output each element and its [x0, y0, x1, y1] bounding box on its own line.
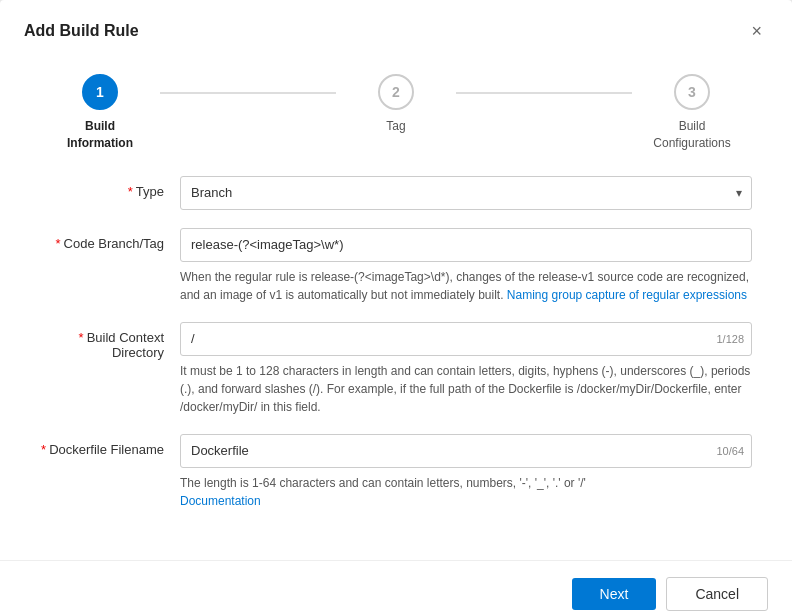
dockerfile-hint: The length is 1-64 characters and can co…	[180, 474, 752, 510]
step-2: 2 Tag	[336, 74, 456, 135]
build-context-input[interactable]	[180, 322, 752, 356]
type-control: Branch Tag ▾	[180, 176, 752, 210]
step-3: 3 BuildConfigurations	[632, 74, 752, 152]
code-branch-hint: When the regular rule is release-(?<imag…	[180, 268, 752, 304]
dockerfile-label: *Dockerfile Filename	[40, 434, 180, 457]
dockerfile-row: *Dockerfile Filename 10/64 The length is…	[40, 434, 752, 510]
stepper: 1 BuildInformation 2 Tag 3 BuildConfigur…	[0, 58, 792, 176]
dockerfile-input[interactable]	[180, 434, 752, 468]
build-context-required-star: *	[79, 330, 84, 345]
step-1-circle: 1	[82, 74, 118, 110]
step-line-1	[160, 92, 336, 94]
step-1-label: BuildInformation	[67, 118, 133, 152]
type-select[interactable]: Branch Tag	[180, 176, 752, 210]
modal-footer: Next Cancel	[0, 560, 792, 615]
step-line-2	[456, 92, 632, 94]
code-branch-label: *Code Branch/Tag	[40, 228, 180, 251]
build-context-label: *Build ContextDirectory	[40, 322, 180, 360]
modal-title: Add Build Rule	[24, 22, 139, 40]
build-context-row: *Build ContextDirectory 1/128 It must be…	[40, 322, 752, 416]
form-body: *Type Branch Tag ▾ *Code Branch/Tag	[0, 176, 792, 552]
type-required-star: *	[128, 184, 133, 199]
code-branch-input[interactable]	[180, 228, 752, 262]
step-1: 1 BuildInformation	[40, 74, 160, 152]
cancel-button[interactable]: Cancel	[666, 577, 768, 611]
type-label: *Type	[40, 176, 180, 199]
type-row: *Type Branch Tag ▾	[40, 176, 752, 210]
dockerfile-required-star: *	[41, 442, 46, 457]
dockerfile-input-wrap: 10/64	[180, 434, 752, 468]
build-context-control: 1/128 It must be 1 to 128 characters in …	[180, 322, 752, 416]
dockerfile-link[interactable]: Documentation	[180, 494, 261, 508]
type-select-wrap: Branch Tag ▾	[180, 176, 752, 210]
code-branch-row: *Code Branch/Tag When the regular rule i…	[40, 228, 752, 304]
code-branch-control: When the regular rule is release-(?<imag…	[180, 228, 752, 304]
step-3-circle: 3	[674, 74, 710, 110]
close-button[interactable]: ×	[745, 20, 768, 42]
code-branch-link[interactable]: Naming group capture of regular expressi…	[507, 288, 747, 302]
modal-header: Add Build Rule ×	[0, 0, 792, 58]
next-button[interactable]: Next	[572, 578, 657, 610]
step-3-label: BuildConfigurations	[653, 118, 730, 152]
code-branch-required-star: *	[55, 236, 60, 251]
modal: Add Build Rule × 1 BuildInformation 2 Ta…	[0, 0, 792, 615]
step-2-circle: 2	[378, 74, 414, 110]
step-2-label: Tag	[386, 118, 405, 135]
build-context-input-wrap: 1/128	[180, 322, 752, 356]
build-context-hint: It must be 1 to 128 characters in length…	[180, 362, 752, 416]
dockerfile-control: 10/64 The length is 1-64 characters and …	[180, 434, 752, 510]
